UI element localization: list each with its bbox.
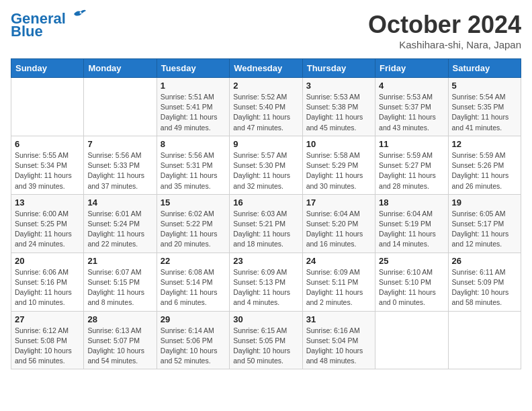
cell-content: Sunrise: 5:51 AM Sunset: 5:41 PM Dayligh… [161, 92, 226, 133]
cell-content: Sunrise: 6:11 AM Sunset: 5:09 PM Dayligh… [452, 267, 517, 308]
logo-line2: Blue [11, 23, 43, 40]
calendar-cell: 28Sunrise: 6:13 AM Sunset: 5:07 PM Dayli… [84, 311, 157, 369]
cell-content: Sunrise: 6:08 AM Sunset: 5:14 PM Dayligh… [161, 267, 226, 308]
cell-content: Sunrise: 6:10 AM Sunset: 5:10 PM Dayligh… [379, 267, 444, 308]
cell-content: Sunrise: 5:59 AM Sunset: 5:26 PM Dayligh… [452, 150, 517, 191]
day-number: 2 [233, 81, 298, 91]
calendar-cell: 12Sunrise: 5:59 AM Sunset: 5:26 PM Dayli… [448, 136, 521, 194]
cell-content: Sunrise: 5:56 AM Sunset: 5:33 PM Dayligh… [87, 150, 152, 191]
calendar-cell: 10Sunrise: 5:58 AM Sunset: 5:29 PM Dayli… [302, 136, 375, 194]
calendar-cell: 4Sunrise: 5:53 AM Sunset: 5:37 PM Daylig… [375, 78, 448, 136]
calendar-body: 1Sunrise: 5:51 AM Sunset: 5:41 PM Daylig… [11, 78, 521, 369]
calendar-cell: 25Sunrise: 6:10 AM Sunset: 5:10 PM Dayli… [375, 253, 448, 311]
day-number: 5 [452, 81, 517, 91]
cell-content: Sunrise: 6:16 AM Sunset: 5:04 PM Dayligh… [306, 326, 371, 367]
cell-content: Sunrise: 5:58 AM Sunset: 5:29 PM Dayligh… [306, 150, 371, 191]
cell-content: Sunrise: 6:01 AM Sunset: 5:24 PM Dayligh… [87, 209, 152, 250]
day-number: 18 [379, 197, 444, 208]
calendar-header-row: SundayMondayTuesdayWednesdayThursdayFrid… [11, 59, 521, 78]
day-number: 11 [379, 139, 444, 149]
cell-content: Sunrise: 6:05 AM Sunset: 5:17 PM Dayligh… [452, 209, 517, 250]
calendar-cell: 29Sunrise: 6:14 AM Sunset: 5:06 PM Dayli… [157, 311, 229, 369]
day-number: 31 [306, 314, 371, 324]
calendar-table: SundayMondayTuesdayWednesdayThursdayFrid… [11, 58, 521, 369]
calendar-week-row: 13Sunrise: 6:00 AM Sunset: 5:25 PM Dayli… [11, 194, 521, 253]
weekday-header: Thursday [302, 59, 375, 78]
calendar-cell: 15Sunrise: 6:02 AM Sunset: 5:22 PM Dayli… [157, 194, 229, 253]
day-number: 25 [379, 256, 444, 266]
calendar-cell [375, 311, 448, 369]
calendar-week-row: 1Sunrise: 5:51 AM Sunset: 5:41 PM Daylig… [11, 78, 521, 136]
day-number: 22 [161, 256, 226, 266]
cell-content: Sunrise: 6:04 AM Sunset: 5:20 PM Dayligh… [306, 209, 371, 250]
day-number: 23 [233, 256, 298, 266]
cell-content: Sunrise: 5:55 AM Sunset: 5:34 PM Dayligh… [15, 150, 80, 191]
calendar-week-row: 27Sunrise: 6:12 AM Sunset: 5:08 PM Dayli… [11, 311, 521, 369]
cell-content: Sunrise: 6:07 AM Sunset: 5:15 PM Dayligh… [87, 267, 152, 308]
day-number: 15 [161, 197, 226, 208]
day-number: 4 [379, 81, 444, 91]
calendar-cell: 23Sunrise: 6:09 AM Sunset: 5:13 PM Dayli… [230, 253, 302, 311]
cell-content: Sunrise: 6:14 AM Sunset: 5:06 PM Dayligh… [161, 326, 226, 367]
weekday-header: Saturday [448, 59, 521, 78]
calendar-cell: 17Sunrise: 6:04 AM Sunset: 5:20 PM Dayli… [302, 194, 375, 253]
day-number: 7 [87, 139, 152, 149]
day-number: 30 [233, 314, 298, 324]
calendar-week-row: 6Sunrise: 5:55 AM Sunset: 5:34 PM Daylig… [11, 136, 521, 194]
day-number: 6 [15, 139, 80, 149]
calendar-cell [448, 311, 521, 369]
calendar-cell: 6Sunrise: 5:55 AM Sunset: 5:34 PM Daylig… [11, 136, 84, 194]
day-number: 9 [233, 139, 298, 149]
month-title: October 2024 [368, 11, 521, 39]
cell-content: Sunrise: 6:09 AM Sunset: 5:11 PM Dayligh… [306, 267, 371, 308]
calendar-cell [11, 78, 84, 136]
weekday-header: Friday [375, 59, 448, 78]
day-number: 14 [87, 197, 152, 208]
calendar-week-row: 20Sunrise: 6:06 AM Sunset: 5:16 PM Dayli… [11, 253, 521, 311]
cell-content: Sunrise: 6:03 AM Sunset: 5:21 PM Dayligh… [233, 209, 298, 250]
day-number: 20 [15, 256, 80, 266]
day-number: 27 [15, 314, 80, 324]
calendar-cell: 14Sunrise: 6:01 AM Sunset: 5:24 PM Dayli… [84, 194, 157, 253]
calendar-cell: 27Sunrise: 6:12 AM Sunset: 5:08 PM Dayli… [11, 311, 84, 369]
cell-content: Sunrise: 6:09 AM Sunset: 5:13 PM Dayligh… [233, 267, 298, 308]
day-number: 3 [306, 81, 371, 91]
day-number: 8 [161, 139, 226, 149]
weekday-header: Sunday [11, 59, 84, 78]
calendar-cell: 16Sunrise: 6:03 AM Sunset: 5:21 PM Dayli… [230, 194, 302, 253]
day-number: 12 [452, 139, 517, 149]
calendar-cell: 18Sunrise: 6:04 AM Sunset: 5:19 PM Dayli… [375, 194, 448, 253]
calendar-cell: 9Sunrise: 5:57 AM Sunset: 5:30 PM Daylig… [230, 136, 302, 194]
logo: General Blue [11, 11, 86, 40]
cell-content: Sunrise: 6:12 AM Sunset: 5:08 PM Dayligh… [15, 326, 80, 367]
day-number: 28 [87, 314, 152, 324]
day-number: 24 [306, 256, 371, 266]
title-block: October 2024 Kashihara-shi, Nara, Japan [368, 11, 521, 50]
cell-content: Sunrise: 5:59 AM Sunset: 5:27 PM Dayligh… [379, 150, 444, 191]
cell-content: Sunrise: 5:57 AM Sunset: 5:30 PM Dayligh… [233, 150, 298, 191]
calendar-cell: 7Sunrise: 5:56 AM Sunset: 5:33 PM Daylig… [84, 136, 157, 194]
day-number: 16 [233, 197, 298, 208]
weekday-header: Tuesday [157, 59, 229, 78]
cell-content: Sunrise: 6:06 AM Sunset: 5:16 PM Dayligh… [15, 267, 80, 308]
calendar-cell: 24Sunrise: 6:09 AM Sunset: 5:11 PM Dayli… [302, 253, 375, 311]
day-number: 21 [87, 256, 152, 266]
day-number: 17 [306, 197, 371, 208]
cell-content: Sunrise: 6:02 AM Sunset: 5:22 PM Dayligh… [161, 209, 226, 250]
cell-content: Sunrise: 5:52 AM Sunset: 5:40 PM Dayligh… [233, 92, 298, 133]
day-number: 1 [161, 81, 226, 91]
cell-content: Sunrise: 6:00 AM Sunset: 5:25 PM Dayligh… [15, 209, 80, 250]
page-header: General Blue October 2024 Kashihara-shi,… [11, 11, 521, 50]
calendar-cell: 19Sunrise: 6:05 AM Sunset: 5:17 PM Dayli… [448, 194, 521, 253]
calendar-cell: 3Sunrise: 5:53 AM Sunset: 5:38 PM Daylig… [302, 78, 375, 136]
calendar-cell: 21Sunrise: 6:07 AM Sunset: 5:15 PM Dayli… [84, 253, 157, 311]
day-number: 10 [306, 139, 371, 149]
calendar-cell: 30Sunrise: 6:15 AM Sunset: 5:05 PM Dayli… [230, 311, 302, 369]
bird-icon [67, 9, 86, 24]
cell-content: Sunrise: 5:56 AM Sunset: 5:31 PM Dayligh… [161, 150, 226, 191]
cell-content: Sunrise: 5:53 AM Sunset: 5:37 PM Dayligh… [379, 92, 444, 133]
calendar-cell: 26Sunrise: 6:11 AM Sunset: 5:09 PM Dayli… [448, 253, 521, 311]
calendar-cell: 11Sunrise: 5:59 AM Sunset: 5:27 PM Dayli… [375, 136, 448, 194]
calendar-cell: 13Sunrise: 6:00 AM Sunset: 5:25 PM Dayli… [11, 194, 84, 253]
cell-content: Sunrise: 5:54 AM Sunset: 5:35 PM Dayligh… [452, 92, 517, 133]
